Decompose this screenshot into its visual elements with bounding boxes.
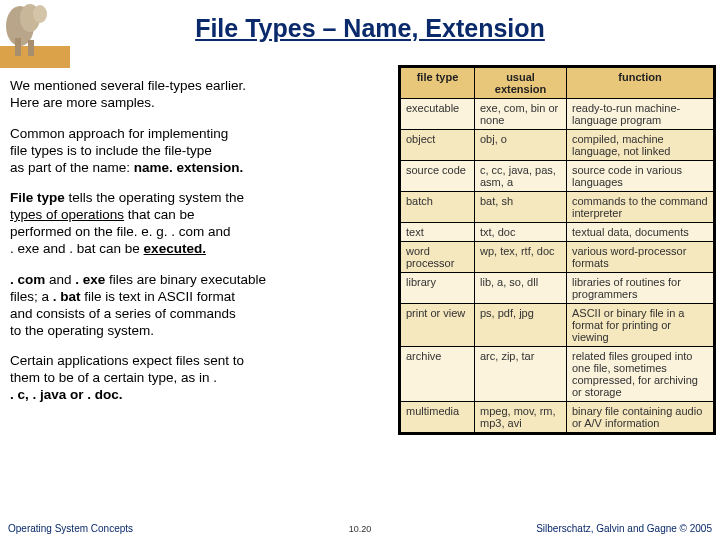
table-cell: executable <box>401 99 475 130</box>
table-cell: bat, sh <box>475 192 567 223</box>
table-cell: binary file containing audio or A/V info… <box>567 402 714 433</box>
table-row: texttxt, doctextual data, documents <box>401 223 714 242</box>
table-cell: multimedia <box>401 402 475 433</box>
file-types-table: file type usual extension function execu… <box>398 65 716 435</box>
table-cell: source code in various languages <box>567 161 714 192</box>
table-cell: word processor <box>401 242 475 273</box>
footer-right: Silberschatz, Galvin and Gagne © 2005 <box>536 523 712 534</box>
table-row: word processorwp, tex, rtf, docvarious w… <box>401 242 714 273</box>
table-cell: txt, doc <box>475 223 567 242</box>
table-cell: ASCII or binary file in a format for pri… <box>567 304 714 347</box>
svg-rect-0 <box>0 46 70 68</box>
svg-point-3 <box>33 5 47 23</box>
table-cell: textual data, documents <box>567 223 714 242</box>
table-row: executableexe, com, bin or noneready-to-… <box>401 99 714 130</box>
table-cell: archive <box>401 347 475 402</box>
table-cell: obj, o <box>475 130 567 161</box>
para-2: Common approach for implementing file ty… <box>10 126 396 177</box>
col-header: usual extension <box>475 68 567 99</box>
para-3: File type tells the operating system the… <box>10 190 396 258</box>
page-title: File Types – Name, Extension <box>80 14 660 43</box>
para-4: . com and . exe files are binary executa… <box>10 272 396 340</box>
table-cell: exe, com, bin or none <box>475 99 567 130</box>
table-cell: compiled, machine language, not linked <box>567 130 714 161</box>
table-cell: mpeg, mov, rm, mp3, avi <box>475 402 567 433</box>
table-cell: library <box>401 273 475 304</box>
col-header: function <box>567 68 714 99</box>
table-header-row: file type usual extension function <box>401 68 714 99</box>
table-cell: commands to the command interpreter <box>567 192 714 223</box>
table-row: objectobj, ocompiled, machine language, … <box>401 130 714 161</box>
table-cell: related files grouped into one file, som… <box>567 347 714 402</box>
body-text: We mentioned several file-types earlier.… <box>10 78 396 418</box>
table-cell: ready-to-run machine-language program <box>567 99 714 130</box>
svg-rect-4 <box>15 38 21 56</box>
table-cell: batch <box>401 192 475 223</box>
table-cell: various word-processor formats <box>567 242 714 273</box>
table-cell: wp, tex, rtf, doc <box>475 242 567 273</box>
table-cell: lib, a, so, dll <box>475 273 567 304</box>
table-cell: text <box>401 223 475 242</box>
table-cell: print or view <box>401 304 475 347</box>
svg-rect-5 <box>28 40 34 56</box>
para-1: We mentioned several file-types earlier.… <box>10 78 396 112</box>
table-cell: source code <box>401 161 475 192</box>
table-cell: arc, zip, tar <box>475 347 567 402</box>
table-row: librarylib, a, so, dlllibraries of routi… <box>401 273 714 304</box>
table-cell: object <box>401 130 475 161</box>
table-row: source codec, cc, java, pas, asm, asourc… <box>401 161 714 192</box>
table-cell: libraries of routines for programmers <box>567 273 714 304</box>
dinosaur-logo <box>0 0 70 68</box>
table-row: archivearc, zip, tarrelated files groupe… <box>401 347 714 402</box>
table-row: print or viewps, pdf, jpgASCII or binary… <box>401 304 714 347</box>
table-row: batchbat, shcommands to the command inte… <box>401 192 714 223</box>
para-5: Certain applications expect files sent t… <box>10 353 396 404</box>
table-row: multimediampeg, mov, rm, mp3, avibinary … <box>401 402 714 433</box>
col-header: file type <box>401 68 475 99</box>
table-cell: c, cc, java, pas, asm, a <box>475 161 567 192</box>
table-cell: ps, pdf, jpg <box>475 304 567 347</box>
